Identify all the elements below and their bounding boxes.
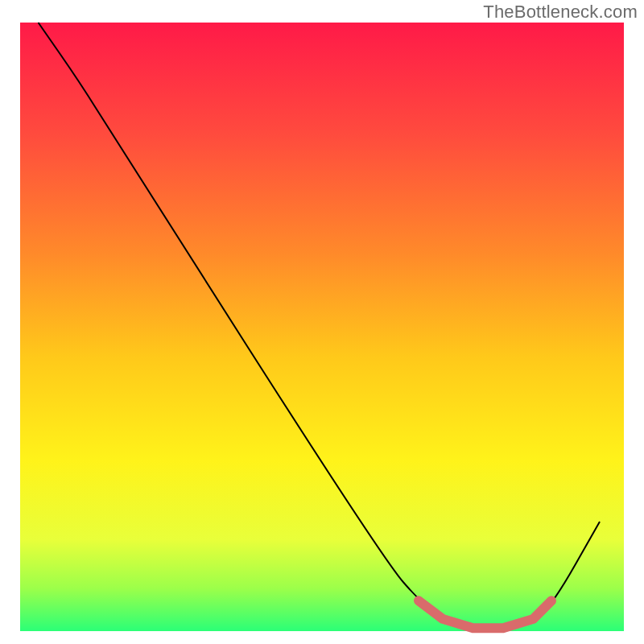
bottleneck-chart [0, 0, 644, 644]
plot-background [20, 23, 624, 631]
watermark-text: TheBottleneck.com [483, 2, 638, 23]
chart-container: TheBottleneck.com [0, 0, 644, 644]
